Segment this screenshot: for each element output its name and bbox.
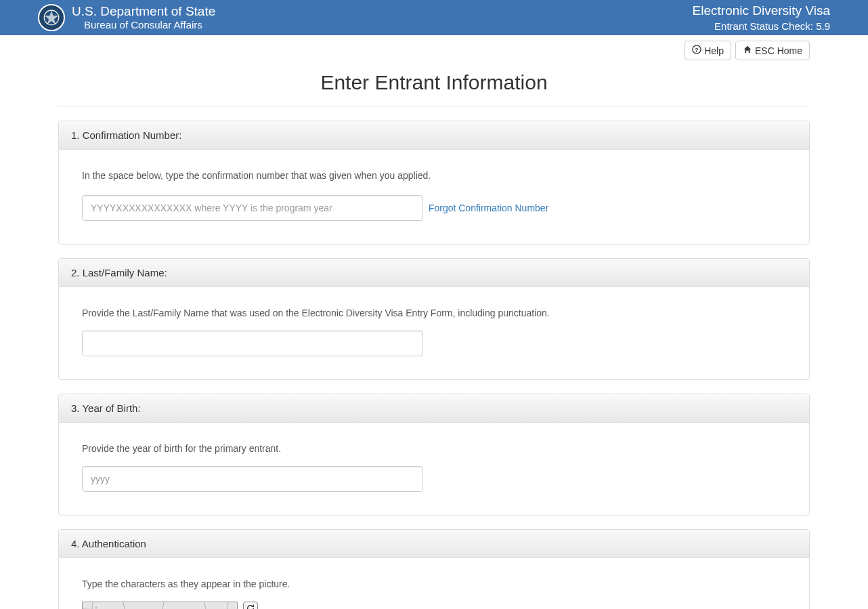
header-subtitle: Bureau of Consular Affairs — [84, 19, 215, 31]
section4-desc: Type the characters as they appear in th… — [82, 579, 786, 589]
esc-home-button[interactable]: ESC Home — [735, 41, 810, 60]
header-title: U.S. Department of State — [72, 4, 215, 20]
esc-home-button-label: ESC Home — [755, 45, 802, 56]
section1-desc: In the space below, type the confirmatio… — [82, 170, 786, 181]
header-left: U.S. Department of State Bureau of Consu… — [38, 4, 215, 32]
confirmation-number-input[interactable] — [82, 195, 423, 221]
svg-text:?: ? — [695, 47, 698, 54]
last-name-input[interactable] — [82, 331, 423, 356]
help-icon: ? — [692, 45, 701, 56]
header-right-title: Electronic Diversity Visa — [693, 3, 830, 20]
panel-year-of-birth: 3. Year of Birth: Provide the year of bi… — [58, 394, 810, 516]
title-divider — [58, 106, 810, 107]
year-of-birth-input[interactable] — [82, 466, 423, 492]
state-department-seal-icon — [38, 4, 65, 31]
section3-desc: Provide the year of birth for the primar… — [82, 443, 786, 454]
header-right-subtitle: Entrant Status Check: 5.9 — [693, 20, 830, 33]
section2-desc: Provide the Last/Family Name that was us… — [82, 308, 786, 318]
header-right: Electronic Diversity Visa Entrant Status… — [693, 3, 830, 33]
top-button-row: ? Help ESC Home — [58, 35, 810, 63]
panel-heading-3: 3. Year of Birth: — [59, 394, 809, 423]
forgot-confirmation-link[interactable]: Forgot Confirmation Number — [429, 203, 548, 213]
svg-text:J: J — [146, 606, 160, 609]
panel-heading-2: 2. Last/Family Name: — [59, 259, 809, 287]
panel-heading-1: 1. Confirmation Number: — [59, 121, 809, 150]
page-title: Enter Entrant Information — [58, 71, 810, 94]
panel-last-name: 2. Last/Family Name: Provide the Last/Fa… — [58, 258, 810, 380]
header-bar: U.S. Department of State Bureau of Consu… — [0, 0, 868, 35]
captcha-image: T S J 4 T — [82, 602, 238, 609]
panel-authentication: 4. Authentication Type the characters as… — [58, 529, 810, 609]
help-button-label: Help — [704, 45, 724, 56]
captcha-refresh-button[interactable] — [243, 602, 258, 609]
help-button[interactable]: ? Help — [685, 41, 731, 60]
panel-confirmation-number: 1. Confirmation Number: In the space bel… — [58, 121, 810, 245]
refresh-icon — [246, 604, 255, 609]
home-icon — [743, 45, 752, 56]
panel-heading-4: 4. Authentication — [59, 530, 809, 558]
